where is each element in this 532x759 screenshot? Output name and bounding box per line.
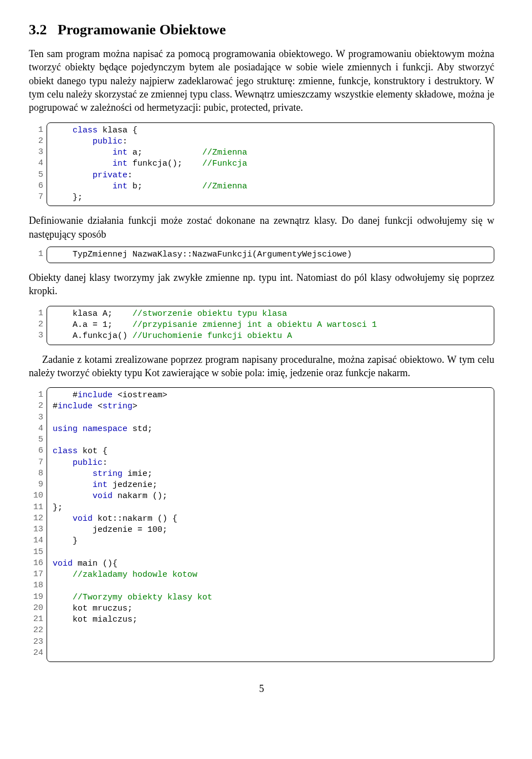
- paragraph-1: Ten sam program można napisać za pomocą …: [29, 47, 494, 114]
- line-numbers: 1234567: [29, 122, 47, 207]
- code-block: #include <iostream> #include <string> us…: [47, 387, 494, 662]
- paragraph-3: Obiekty danej klasy tworzymy jak zwykłe …: [29, 271, 494, 298]
- line-numbers: 123456789101112131415161718192021222324: [29, 387, 47, 662]
- section-heading: 3.2 Programowanie Obiektowe: [29, 20, 494, 39]
- paragraph-4: Zadanie z kotami zrealizowane poprzez pr…: [29, 353, 494, 380]
- page-number: 5: [29, 682, 494, 695]
- code-listing-1: 1234567 class klasa { public: int a; //Z…: [29, 122, 494, 207]
- line-numbers: 1: [29, 247, 47, 263]
- section-title: Programowanie Obiektowe: [58, 22, 226, 38]
- section-number: 3.2: [29, 22, 47, 38]
- code-block: klasa A; //stworzenie obiektu typu klasa…: [47, 306, 494, 345]
- code-listing-4: 123456789101112131415161718192021222324 …: [29, 387, 494, 662]
- code-block: TypZmiennej NazwaKlasy::NazwaFunkcji(Arg…: [47, 247, 494, 263]
- paragraph-2: Definiowanie działania funkcji może zost…: [29, 214, 494, 241]
- code-listing-3: 123 klasa A; //stworzenie obiektu typu k…: [29, 306, 494, 345]
- code-block: class klasa { public: int a; //Zmienna i…: [47, 122, 494, 207]
- line-numbers: 123: [29, 306, 47, 345]
- code-listing-2: 1 TypZmiennej NazwaKlasy::NazwaFunkcji(A…: [29, 247, 494, 263]
